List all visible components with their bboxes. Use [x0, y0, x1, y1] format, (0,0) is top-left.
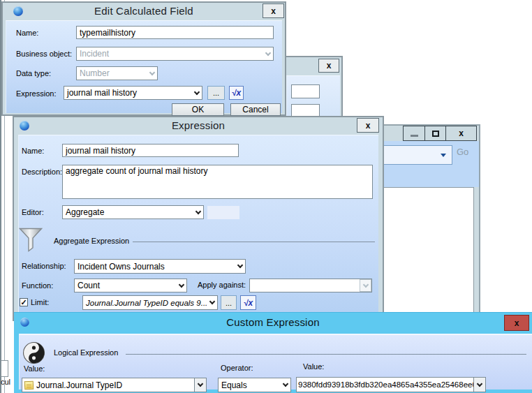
- name-label: Name:: [22, 147, 44, 155]
- clipped-input-sliver: [1, 360, 8, 377]
- section-title: Aggregate Expression: [54, 237, 129, 245]
- name-label: Name:: [16, 29, 38, 37]
- close-button[interactable]: x: [263, 3, 284, 18]
- browse-button[interactable]: ...: [207, 86, 225, 100]
- chevron-down-icon: [194, 378, 206, 392]
- dialog-panel: Name: Description: aggregate count of jo…: [18, 135, 378, 318]
- limit-expression-select[interactable]: Journal.Journal TypeID equals 9...: [82, 295, 218, 310]
- close-button[interactable]: x: [357, 118, 379, 133]
- main-application-window: x Go: [377, 124, 480, 321]
- window-controls: x: [403, 126, 477, 141]
- ok-button[interactable]: OK: [172, 103, 224, 116]
- window-content-area: [377, 187, 474, 321]
- editor-select[interactable]: Aggregate: [62, 205, 204, 219]
- dropdown-arrow-icon[interactable]: [441, 154, 446, 157]
- limit-label: Limit:: [31, 298, 49, 306]
- chevron-down-icon: [176, 279, 186, 292]
- chevron-down-icon: [191, 87, 202, 99]
- chevron-down-icon: [280, 378, 290, 392]
- expression-dialog: Expression x Name: Description: aggregat…: [13, 116, 384, 321]
- search-toolbar: Go: [377, 141, 479, 187]
- description-label: Description:: [22, 168, 62, 176]
- operator-label: Operator:: [221, 364, 253, 372]
- go-button[interactable]: Go: [457, 147, 468, 157]
- dialog-panel: Logical Expression Value: Operator: Valu…: [19, 334, 532, 390]
- maximize-icon: [432, 131, 439, 137]
- dialog-title: Custom Expression: [14, 316, 532, 328]
- apply-against-select[interactable]: [249, 279, 372, 292]
- section-title: Logical Expression: [54, 348, 118, 357]
- chevron-down-icon: [193, 206, 203, 218]
- editor-side-box: [207, 206, 239, 219]
- yin-yang-icon: [22, 341, 45, 367]
- close-button[interactable]: x: [504, 315, 529, 331]
- dialog-title: Expression: [14, 119, 383, 131]
- minimize-button[interactable]: [404, 126, 424, 140]
- value-label: Value:: [303, 362, 324, 371]
- expression-label: Expression:: [16, 89, 56, 98]
- field-icon: [24, 380, 34, 390]
- description-input[interactable]: aggregate count of journal mail history: [62, 165, 373, 199]
- dialog-title: Edit Calculated Field: [3, 5, 285, 17]
- cancel-button[interactable]: Cancel: [230, 103, 281, 116]
- chevron-down-icon: [473, 378, 485, 392]
- section-divider: [126, 354, 526, 355]
- operator-select[interactable]: Equals: [218, 378, 291, 392]
- check-icon: ✓: [20, 299, 27, 306]
- section-divider: [133, 242, 375, 242]
- editor-label: Editor:: [22, 208, 44, 216]
- data-type-label: Data type:: [16, 69, 51, 77]
- value-field-select[interactable]: Journal.Journal TypeID: [22, 378, 207, 392]
- function-label: Function:: [22, 281, 53, 290]
- browse-button[interactable]: ...: [221, 295, 237, 310]
- limit-checkbox[interactable]: ✓: [20, 298, 28, 306]
- chevron-down-icon: [263, 47, 273, 60]
- value-label: Value:: [24, 364, 45, 373]
- custom-expression-dialog: Custom Expression x Logical Expression V…: [14, 312, 532, 393]
- maximize-button[interactable]: [424, 126, 445, 140]
- business-object-select[interactable]: Incident: [76, 47, 274, 61]
- chevron-down-icon: [360, 279, 371, 292]
- chevron-down-icon: [235, 260, 245, 273]
- data-type-select[interactable]: Number: [76, 66, 158, 80]
- apply-against-label: Apply against:: [198, 281, 246, 289]
- clipped-text: cul: [1, 378, 13, 386]
- chevron-down-icon: [207, 296, 217, 309]
- minimize-icon: [411, 135, 418, 137]
- close-button[interactable]: x: [318, 59, 339, 73]
- function-select[interactable]: Count: [74, 279, 187, 292]
- funnel-icon: [19, 227, 43, 255]
- name-input[interactable]: [62, 144, 239, 157]
- close-icon: x: [459, 128, 464, 138]
- value-input-select[interactable]: 9380fdd93918b3fdb320ea4865a4355ea25468ee…: [296, 377, 486, 392]
- name-input[interactable]: [76, 26, 274, 39]
- function-icon-button[interactable]: √x: [240, 295, 256, 310]
- edit-calculated-field-dialog: Edit Calculated Field x Name: Business o…: [1, 1, 286, 116]
- function-icon-button[interactable]: √x: [229, 86, 244, 100]
- relationship-select[interactable]: Incident Owns Journals: [74, 259, 246, 274]
- business-object-label: Business object:: [16, 50, 72, 58]
- expression-select[interactable]: journal mail history: [64, 86, 202, 100]
- dialog-panel: Name: Business object: Incident Data typ…: [6, 20, 282, 113]
- relationship-label: Relationship:: [22, 262, 66, 270]
- close-button[interactable]: x: [445, 126, 476, 140]
- search-dropdown[interactable]: [377, 145, 452, 165]
- clipped-input: [291, 84, 320, 98]
- chevron-down-icon: [147, 67, 157, 80]
